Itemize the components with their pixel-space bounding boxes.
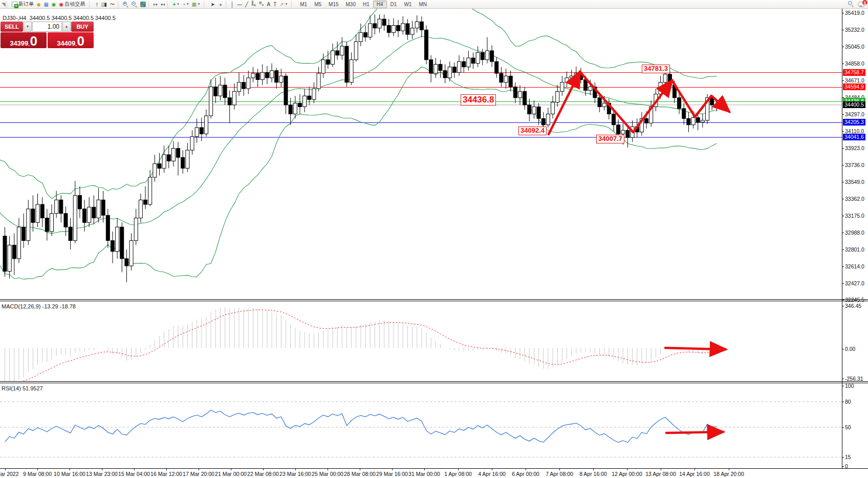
equidistant-channel-tool[interactable]: ∥E [250,0,257,9]
rsi-axis-tick [842,466,844,467]
vertical-line-tool[interactable]: │ [229,1,235,8]
price-axis-label[interactable]: 32427.0 [845,280,864,286]
price-axis-label[interactable]: 34297.0 [845,111,864,117]
price-axis-label[interactable]: 35045.0 [845,44,864,50]
chat-button[interactable]: 1 [858,2,865,7]
cursor-icon: ➤ [210,2,214,7]
candlestick-chart-button[interactable]: ▯▮ [100,1,108,8]
annotation-price-label[interactable]: 34092.4 [518,127,547,135]
time-axis-label[interactable]: 4 Apr 16:00 [478,471,506,477]
tile-windows-button[interactable] [139,1,147,8]
timeframe-D1[interactable]: D1 [387,1,401,8]
price-axis-label[interactable]: 32801.0 [845,246,864,253]
chart-shift-button[interactable]: ↤ [159,1,166,8]
time-axis-label[interactable]: 17 Mar 20:00 [183,471,214,477]
time-axis-label[interactable]: 6 Apr 00:00 [512,471,539,477]
price-axis-label[interactable]: 34671.0 [845,77,864,84]
sell-price-panel[interactable]: 34399.0 [1,32,47,48]
price-axis-label[interactable]: 35232.0 [845,27,864,33]
chart-canvas[interactable] [0,9,868,478]
templates-button[interactable]: ▩▾ [190,1,201,8]
fibonacci-tool[interactable]: ≡F [257,0,266,9]
timeframe-MN[interactable]: MN [415,1,430,8]
text-label-tool[interactable]: T [272,1,278,8]
zoom-in-button[interactable]: + [121,1,130,8]
time-axis-label[interactable]: 28 Mar 08:00 [344,471,376,477]
time-axis-label[interactable]: 22 Mar 08:00 [247,471,279,477]
volume-increase-button[interactable]: ▲ [62,22,71,32]
time-axis-label[interactable]: 10 Mar 16:00 [54,471,85,477]
time-axis-tick [695,468,695,470]
time-axis-label[interactable]: 25 Mar 00:00 [312,471,343,477]
cursor-tool[interactable]: ➤ [209,1,216,8]
profile-button[interactable]: ◆ [35,1,42,8]
time-axis-label[interactable]: 9 Mar 08:00 [23,471,52,477]
price-axis-label[interactable]: 33175.0 [845,213,864,219]
annotation-price-label[interactable]: 34436.8 [461,94,496,106]
time-axis-label[interactable]: 13 Mar 23:00 [86,471,118,477]
time-axis-label[interactable]: 23 Mar 16:00 [279,471,311,477]
price-axis-label[interactable]: 32614.0 [845,263,864,269]
time-axis-label[interactable]: 18 Apr 20:00 [713,471,744,477]
indicators-icon: + [172,2,176,7]
trendline-tool[interactable]: ╱ [244,1,250,8]
price-axis-label[interactable]: 33736.0 [845,162,864,168]
annotation-price-label[interactable]: 34007.7 [596,135,624,143]
time-axis-label[interactable]: 13 Apr 08:00 [645,471,676,477]
timeframe-W1[interactable]: W1 [400,1,415,8]
time-axis-label[interactable]: 21 Mar 00:00 [215,471,247,477]
price-axis-label[interactable]: 32988.0 [845,230,864,236]
volume-decrease-button[interactable]: ▼ [24,22,32,32]
signal-button[interactable]: ◉ [50,1,58,8]
timeframe-M30[interactable]: M30 [342,1,359,8]
price-axis-label[interactable]: 32245.5 [845,297,864,303]
time-axis-label[interactable]: 16 Mar 12:00 [150,471,182,477]
price-axis-label[interactable]: 34858.0 [845,60,864,67]
auto-scroll-button[interactable]: ↦ [152,1,159,8]
volume-input[interactable]: 1.00 [32,22,62,32]
timeframe-M5[interactable]: M5 [311,1,325,8]
timeframe-M15[interactable]: M15 [325,1,342,8]
templates-icon: ▩ [191,2,196,7]
text-tool[interactable]: A [266,1,272,8]
crosshair-tool[interactable]: ＋ [216,1,225,8]
sell-button[interactable]: SELL [1,22,23,32]
periods-icon: ◔ [182,2,185,7]
annotation-price-label[interactable]: 34781.3 [642,65,670,73]
time-axis-label[interactable]: 8 Apr 16:00 [579,471,607,477]
time-axis-label[interactable]: 31 Mar 00:00 [408,471,440,477]
search-button[interactable] [848,1,854,8]
time-axis-label[interactable]: 14 Apr 16:00 [679,471,710,477]
timeframe-H4[interactable]: H4 [373,1,387,8]
price-axis-label[interactable]: 33923.0 [845,145,864,151]
price-axis-tick [842,47,844,47]
buy-button[interactable]: BUY [71,22,94,32]
tile-windows-icon [140,2,146,7]
periods-button[interactable]: ◔▾ [181,1,190,8]
indicators-button[interactable]: +▾ [171,1,180,8]
timeframe-M1[interactable]: M1 [296,1,311,8]
line-chart-button[interactable]: 〜 [108,1,117,8]
price-axis-label[interactable]: 33362.0 [845,196,864,202]
time-axis-label[interactable]: 15 Mar 04:00 [118,471,150,477]
horizontal-line-tool[interactable]: — [235,1,244,8]
time-axis-label[interactable]: 12 Apr 00:00 [612,471,642,477]
zoom-out-button[interactable]: − [130,1,139,8]
bar-chart-button[interactable]: ⫯ [94,1,99,8]
clipped-icon: ◥ [2,2,6,7]
price-axis-tick [842,114,844,115]
timeframe-H1[interactable]: H1 [359,1,373,8]
buy-price-panel[interactable]: 34409.0 [48,32,94,48]
time-axis-label[interactable]: 8 Mar 2022 [0,471,19,477]
timeframe-group: M1M5M15M30H1H4D1W1MN [295,0,432,8]
price-axis-label[interactable]: 33549.0 [845,179,864,185]
time-axis-label[interactable]: 29 Mar 16:00 [376,471,408,477]
arrows-tool[interactable]: ↗▾ [278,1,289,8]
price-axis-tick [842,300,844,300]
time-axis-label[interactable]: 7 Apr 08:00 [546,471,573,477]
auto-trading-button[interactable]: ◉ 自动交易 [58,0,87,8]
time-axis-label[interactable]: 1 Apr 08:00 [444,471,472,477]
new-order-button[interactable]: + 新订单 [10,0,35,8]
price-axis-label[interactable]: 35419.0 [845,10,864,16]
market-watch-button[interactable]: ▦ [42,1,50,8]
